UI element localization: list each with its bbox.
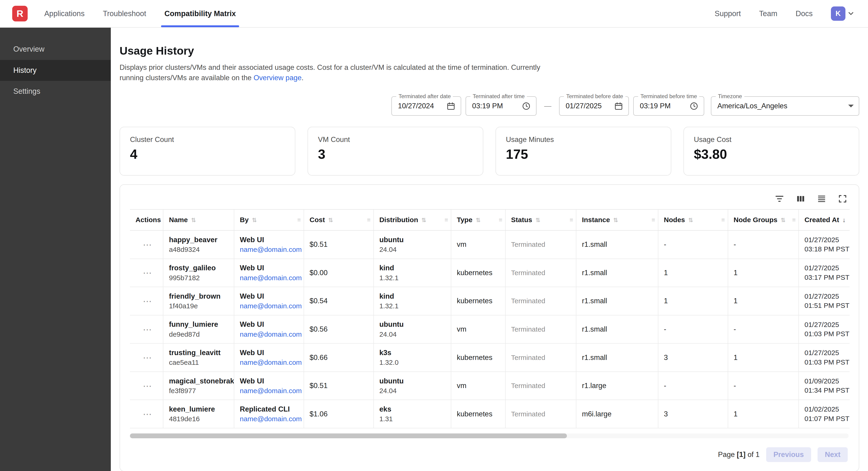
distribution-name: ubuntu (379, 320, 447, 329)
column-menu-icon[interactable]: ≡ (499, 216, 502, 224)
field-label: Terminated after time (470, 93, 527, 99)
overview-page-link[interactable]: Overview page (254, 74, 302, 82)
distribution-version: 24.04 (379, 387, 447, 395)
sort-icon[interactable]: ⇅ (191, 217, 196, 223)
column-header-actions[interactable]: Actions (130, 209, 163, 230)
row-actions-button[interactable]: ⋯ (143, 353, 152, 362)
columns-icon[interactable] (796, 194, 806, 204)
distribution-name: kind (379, 292, 447, 300)
column-header-nodes[interactable]: Nodes⇅≡ (658, 209, 728, 230)
column-header-type[interactable]: Type⇅≡ (451, 209, 505, 230)
field-value[interactable]: 10/27/2024 (398, 102, 434, 110)
creator-email-link[interactable]: name@domain.com (240, 387, 300, 395)
distribution-version: 24.04 (379, 330, 447, 338)
column-menu-icon[interactable]: ≡ (792, 216, 796, 224)
density-icon[interactable] (817, 194, 827, 204)
sort-desc-icon[interactable]: ↓ (842, 216, 846, 224)
row-actions-button[interactable]: ⋯ (143, 381, 152, 391)
clock-icon[interactable] (689, 101, 699, 111)
nav-item-team[interactable]: Team (759, 9, 777, 18)
creator-email-link[interactable]: name@domain.com (240, 274, 300, 282)
sort-icon[interactable]: ⇅ (688, 217, 693, 223)
sort-icon[interactable]: ⇅ (781, 217, 785, 223)
row-actions-button[interactable]: ⋯ (143, 324, 152, 334)
replicated-logo[interactable]: R (12, 6, 28, 21)
previous-page-button[interactable]: Previous (766, 447, 811, 462)
row-actions-button[interactable]: ⋯ (143, 296, 152, 306)
column-header-name[interactable]: Name⇅ (163, 209, 234, 230)
created-date: 01/27/2025 (804, 348, 846, 358)
column-header-distribution[interactable]: Distribution⇅≡ (374, 209, 451, 230)
nav-item-support[interactable]: Support (715, 9, 741, 18)
creator-email-link[interactable]: name@domain.com (240, 330, 300, 338)
avatar[interactable]: K (831, 6, 845, 21)
terminated-before-time-field[interactable]: Terminated before time 03:19 PM (633, 96, 704, 116)
sort-icon[interactable]: ⇅ (535, 217, 540, 223)
row-actions-button[interactable]: ⋯ (143, 240, 152, 249)
terminated-before-date-field[interactable]: Terminated before date 01/27/2025 (559, 96, 629, 116)
field-label: Terminated after date (396, 93, 453, 99)
distribution-name: k3s (379, 349, 447, 357)
sidebar-item-history[interactable]: History (0, 60, 111, 81)
usage-table-card: ActionsName⇅By⇅≡Cost⇅≡Distribution⇅≡Type… (120, 184, 859, 471)
column-header-node_groups[interactable]: Node Groups⇅≡ (728, 209, 799, 230)
nav-item-compatibility-matrix[interactable]: Compatibility Matrix (164, 0, 236, 27)
column-label: Instance (582, 216, 610, 224)
row-actions-button[interactable]: ⋯ (143, 409, 152, 419)
column-header-by[interactable]: By⇅≡ (234, 209, 304, 230)
sort-icon[interactable]: ⇅ (252, 217, 257, 223)
creator-email-link[interactable]: name@domain.com (240, 246, 300, 254)
creator-email-link[interactable]: name@domain.com (240, 415, 300, 423)
instance-value: r1.small (582, 240, 607, 248)
clock-icon[interactable] (522, 101, 531, 111)
terminated-after-date-field[interactable]: Terminated after date 10/27/2024 (392, 96, 461, 116)
field-value[interactable]: America/Los_Angeles (717, 102, 787, 110)
next-page-button[interactable]: Next (817, 447, 847, 462)
calendar-icon[interactable] (446, 101, 456, 111)
page-label-prefix: Page (718, 450, 737, 459)
fullscreen-icon[interactable] (838, 194, 847, 204)
description-period: . (302, 74, 304, 82)
column-header-created_at[interactable]: Created At↓ (799, 209, 849, 230)
column-menu-icon[interactable]: ≡ (297, 216, 301, 224)
field-value[interactable]: 03:19 PM (472, 102, 503, 110)
sort-icon[interactable]: ⇅ (328, 217, 333, 223)
creator-email-link[interactable]: name@domain.com (240, 302, 300, 310)
terminated-after-time-field[interactable]: Terminated after time 03:19 PM (466, 96, 536, 116)
column-menu-icon[interactable]: ≡ (570, 216, 573, 224)
sort-icon[interactable]: ⇅ (421, 217, 426, 223)
sort-icon[interactable]: ⇅ (476, 217, 480, 223)
horizontal-scrollbar[interactable] (130, 434, 849, 439)
column-menu-icon[interactable]: ≡ (721, 216, 725, 224)
chevron-down-icon[interactable] (847, 10, 855, 18)
column-header-status[interactable]: Status⇅≡ (505, 209, 576, 230)
row-actions-button[interactable]: ⋯ (143, 268, 152, 278)
filter-icon[interactable] (774, 194, 784, 204)
type-value: vm (457, 325, 466, 333)
stat-value: 3 (318, 147, 473, 162)
sidebar-item-overview[interactable]: Overview (0, 39, 111, 60)
column-menu-icon[interactable]: ≡ (651, 216, 655, 224)
user-menu[interactable]: K (831, 6, 855, 21)
column-menu-icon[interactable]: ≡ (444, 216, 448, 224)
node-groups-value: 1 (734, 353, 738, 361)
field-value[interactable]: 01/27/2025 (566, 102, 602, 110)
sidebar-item-settings[interactable]: Settings (0, 81, 111, 102)
stat-card-usage-minutes: Usage Minutes 175 (496, 127, 671, 175)
scrollbar-thumb[interactable] (130, 434, 567, 439)
field-value[interactable]: 03:19 PM (640, 102, 671, 110)
created-time: 01:07 PM PST (804, 414, 846, 423)
nav-item-troubleshoot[interactable]: Troubleshoot (103, 0, 146, 27)
column-header-cost[interactable]: Cost⇅≡ (304, 209, 374, 230)
creator-email-link[interactable]: name@domain.com (240, 358, 300, 366)
column-header-instance[interactable]: Instance⇅≡ (576, 209, 658, 230)
column-menu-icon[interactable]: ≡ (367, 216, 370, 224)
cost-value: $0.54 (310, 297, 328, 305)
nav-item-applications[interactable]: Applications (44, 0, 85, 27)
node-groups-value: - (734, 382, 736, 390)
calendar-icon[interactable] (614, 101, 623, 111)
column-label: Status (511, 216, 532, 224)
nav-item-docs[interactable]: Docs (796, 9, 813, 18)
sort-icon[interactable]: ⇅ (613, 217, 618, 223)
timezone-select[interactable]: Timezone America/Los_Angeles (711, 96, 859, 116)
